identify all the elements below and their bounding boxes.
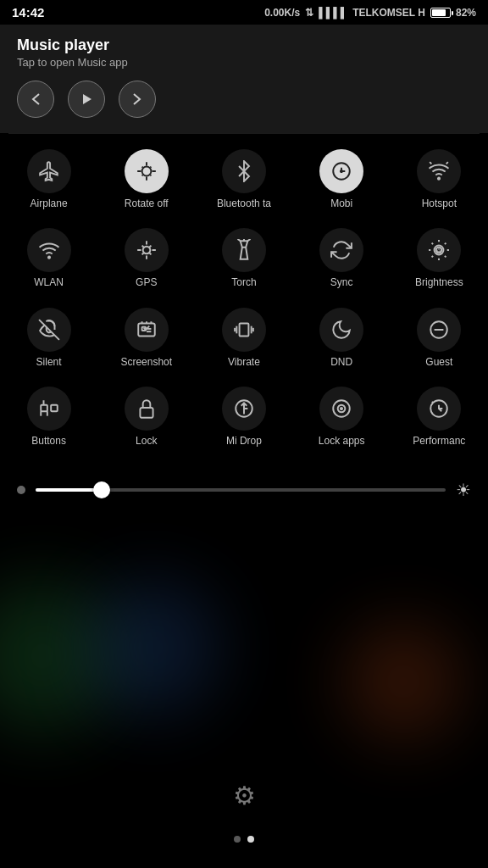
play-button[interactable] <box>68 81 105 118</box>
airplane-label: Airplane <box>30 198 68 209</box>
qs-item-lockapps[interactable]: Lock apps <box>299 380 384 453</box>
rotate-off-icon-wrap <box>125 149 169 193</box>
mobile-icon-wrap <box>319 149 363 193</box>
mobile-label: Mobi <box>330 198 352 209</box>
hotspot-icon-wrap <box>417 149 461 193</box>
buttons-label: Buttons <box>31 435 66 447</box>
buttons-icon-wrap <box>27 387 71 431</box>
torch-icon-wrap <box>222 228 266 272</box>
silent-icon-wrap <box>27 308 71 352</box>
qs-row-4: Buttons Lock Mi Drop <box>0 380 488 453</box>
svg-point-9 <box>48 257 50 259</box>
svg-line-8 <box>430 162 432 164</box>
svg-rect-37 <box>140 408 152 418</box>
performance-label: Performanc <box>413 435 465 447</box>
signal-bars: ▌▌▌▌ <box>319 7 347 19</box>
qs-item-dnd[interactable]: DND <box>299 301 384 375</box>
svg-rect-25 <box>240 323 249 336</box>
carrier-name: TELKOMSEL H <box>352 7 425 19</box>
qs-item-hotspot[interactable]: Hotspot <box>396 142 481 216</box>
svg-point-42 <box>341 408 342 409</box>
qs-item-guest[interactable]: Guest <box>396 301 481 375</box>
midrop-icon-wrap <box>222 387 266 431</box>
sync-icon-wrap <box>319 228 363 272</box>
qs-item-bluetooth[interactable]: Bluetooth ta <box>202 142 286 216</box>
sync-label: Sync <box>330 276 353 288</box>
brightness-section: ☀ <box>0 468 488 512</box>
brightness-sun-icon: ☀ <box>456 480 471 500</box>
svg-line-12 <box>247 239 250 241</box>
status-network: 0.00K/s ⇅ ▌▌▌▌ TELKOMSEL H 82% <box>264 7 476 19</box>
lockapps-icon-wrap <box>319 387 363 431</box>
brightness-slider-thumb[interactable] <box>93 481 110 498</box>
dnd-icon-wrap <box>319 308 363 352</box>
page-dot-2 <box>247 836 254 843</box>
gps-label: GPS <box>136 276 157 288</box>
screenshot-icon-wrap <box>125 308 169 352</box>
battery-percent: 82% <box>456 7 476 19</box>
svg-rect-33 <box>51 405 58 412</box>
wlan-icon-wrap <box>27 228 71 272</box>
lock-icon-wrap <box>125 387 169 431</box>
airplane-icon-wrap <box>27 149 71 193</box>
brightness-label: Brightness <box>415 276 463 288</box>
vibrate-icon-wrap <box>222 308 266 352</box>
lock-label: Lock <box>136 435 157 447</box>
qs-item-wlan[interactable]: WLAN <box>7 221 92 295</box>
qs-item-buttons[interactable]: Buttons <box>7 380 92 453</box>
network-icon: ⇅ <box>305 7 313 19</box>
svg-line-7 <box>446 162 448 164</box>
performance-icon-wrap <box>417 387 461 431</box>
page-indicator <box>234 836 254 843</box>
vibrate-label: Vibrate <box>228 356 260 368</box>
qs-item-gps[interactable]: GPS <box>104 221 189 295</box>
qs-item-mobile[interactable]: Mobi <box>299 142 384 216</box>
svg-rect-32 <box>41 405 47 412</box>
music-player-panel: Music player Tap to open Music app <box>0 25 488 133</box>
qs-item-vibrate[interactable]: Vibrate <box>202 301 286 375</box>
qs-item-brightness[interactable]: A Brightness <box>396 221 481 295</box>
music-player-title: Music player <box>17 36 471 54</box>
hotspot-label: Hotspot <box>422 198 457 209</box>
qs-row-2: WLAN GPS <box>0 221 488 295</box>
prev-button[interactable] <box>17 81 54 118</box>
svg-marker-0 <box>83 94 92 104</box>
svg-line-11 <box>237 239 240 241</box>
next-button[interactable] <box>119 81 156 118</box>
svg-text:A: A <box>436 248 441 256</box>
bluetooth-label: Bluetooth ta <box>217 198 271 209</box>
qs-item-performance[interactable]: Performanc <box>396 380 481 453</box>
qs-item-screenshot[interactable]: Screenshot <box>104 301 189 375</box>
gps-icon-wrap <box>125 228 169 272</box>
status-time: 14:42 <box>12 5 44 19</box>
battery-icon <box>430 8 451 18</box>
music-player-subtitle: Tap to open Music app <box>17 56 471 69</box>
svg-point-5 <box>341 170 342 172</box>
status-bar: 14:42 0.00K/s ⇅ ▌▌▌▌ TELKOMSEL H 82% <box>0 0 488 25</box>
qs-row-1: Airplane Rotate off Bluetooth ta <box>0 142 488 216</box>
brightness-slider-fill <box>36 488 97 492</box>
svg-point-6 <box>438 178 440 180</box>
lockapps-label: Lock apps <box>319 435 365 447</box>
page-dot-1 <box>234 836 241 843</box>
wlan-label: WLAN <box>34 276 64 288</box>
brightness-icon-wrap: A <box>417 228 461 272</box>
qs-item-sync[interactable]: Sync <box>299 221 384 295</box>
qs-item-torch[interactable]: Torch <box>202 221 286 295</box>
music-controls <box>17 81 471 118</box>
settings-gear-button[interactable]: ⚙ <box>233 781 256 810</box>
silent-label: Silent <box>36 356 62 368</box>
qs-item-silent[interactable]: Silent <box>7 301 92 375</box>
qs-row-3: Silent Screenshot <box>0 301 488 375</box>
brightness-slider-track[interactable] <box>36 488 446 492</box>
qs-item-rotate-off[interactable]: Rotate off <box>104 142 189 216</box>
qs-item-lock[interactable]: Lock <box>104 380 189 453</box>
qs-item-airplane[interactable]: Airplane <box>7 142 92 216</box>
midrop-label: Mi Drop <box>226 435 262 447</box>
rotate-off-label: Rotate off <box>125 198 169 209</box>
qs-item-midrop[interactable]: Mi Drop <box>202 380 286 453</box>
network-speed: 0.00K/s <box>264 7 300 19</box>
screenshot-label: Screenshot <box>120 356 172 368</box>
bluetooth-icon-wrap <box>222 149 266 193</box>
svg-point-10 <box>142 247 150 254</box>
